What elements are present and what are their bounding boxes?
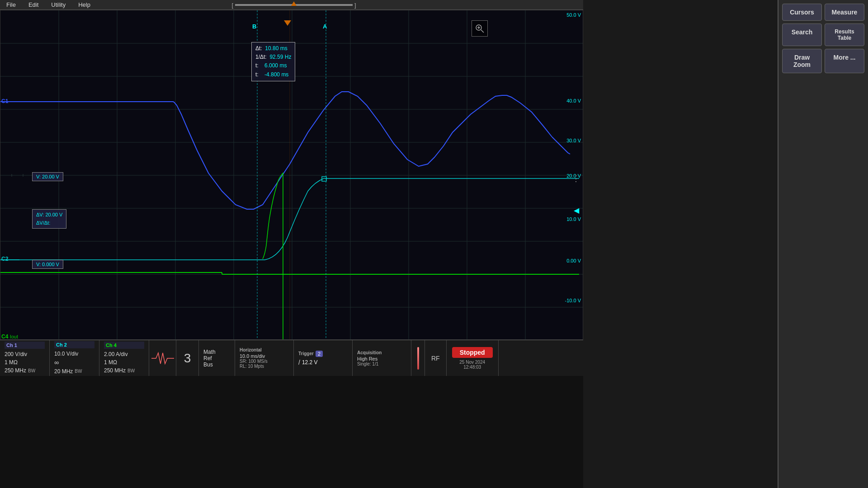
menu-file[interactable]: File: [0, 0, 22, 9]
svg-line-31: [481, 30, 484, 33]
ch2-info[interactable]: Ch 2 10.0 V/div ∞ 20 MHz BW: [50, 340, 99, 376]
bracket-left: [: [231, 2, 233, 9]
menu-utility[interactable]: Utility: [45, 0, 72, 9]
right-dots: ⋮: [572, 175, 580, 182]
results-table-button[interactable]: Results Table: [825, 23, 864, 46]
color-indicator: [411, 340, 425, 376]
horizontal-position-arrow: ◀: [574, 206, 579, 215]
stopped-button[interactable]: Stopped: [452, 347, 493, 358]
menu-edit[interactable]: Edit: [22, 0, 45, 9]
bottom-bar: Ch 1 200 V/div 1 MΩ 250 MHz BW Ch 2 10.0…: [0, 340, 583, 376]
cursors-button[interactable]: Cursors: [782, 4, 822, 21]
horizontal-panel[interactable]: Horizontal 10.0 ms/div SR: 100 MS/s RL: …: [235, 340, 294, 376]
zoom-icon[interactable]: [472, 20, 488, 37]
v-readout-3: V: 0.000 V: [32, 260, 63, 269]
bracket-right: ]: [354, 2, 356, 9]
math-ref-bus-panel[interactable]: Math Ref Bus: [199, 340, 235, 376]
time-bar-track: [235, 4, 353, 6]
search-button[interactable]: Search: [782, 23, 822, 46]
ch4-info[interactable]: Ch 4 2.00 A/div 1 MΩ 250 MHz BW: [99, 340, 149, 376]
v-readout-2: ΔV: 20.00 V ΔV/Δt:: [32, 209, 66, 229]
right-panel: Cursors Measure Search Results Table Dra…: [778, 0, 868, 488]
cursor-readout: Δt: 10.80 ms 1/Δt: 92.59 Hz t: 6.000 ms …: [251, 42, 295, 81]
scope-screen: 50.0 V 40.0 V 30.0 V 20.0 V 10.0 V 0.00 …: [0, 10, 583, 340]
cursor-b-label: B: [252, 23, 256, 30]
waveform-icon-area: [149, 340, 176, 376]
acquisition-panel[interactable]: Acquisition High Res Single: 1/1: [353, 340, 411, 376]
rf-label[interactable]: RF: [425, 340, 447, 376]
measure-button[interactable]: Measure: [825, 4, 864, 21]
cursor-a-label: A: [323, 23, 327, 30]
datetime: 25 Nov 2024 12:48:03: [459, 360, 485, 370]
v-readout-1: V: 20.00 V: [32, 172, 63, 181]
trigger-position-marker: [291, 1, 297, 6]
draw-zoom-button[interactable]: Draw Zoom: [782, 49, 822, 73]
menu-help[interactable]: Help: [72, 0, 97, 9]
more-button[interactable]: More ...: [825, 49, 864, 73]
ch1-info[interactable]: Ch 1 200 V/div 1 MΩ 250 MHz BW: [0, 340, 50, 376]
stopped-area: Stopped 25 Nov 2024 12:48:03: [447, 340, 499, 376]
bottom-extension: [0, 376, 583, 488]
timebar-container: [ ]: [217, 0, 371, 10]
trigger-panel[interactable]: Trigger 2 / 12.2 V: [294, 340, 353, 376]
badge-3[interactable]: 3: [176, 340, 199, 376]
menu-bar: File Edit Utility Help [ ]: [0, 0, 583, 10]
trigger-marker-top: [284, 20, 291, 26]
